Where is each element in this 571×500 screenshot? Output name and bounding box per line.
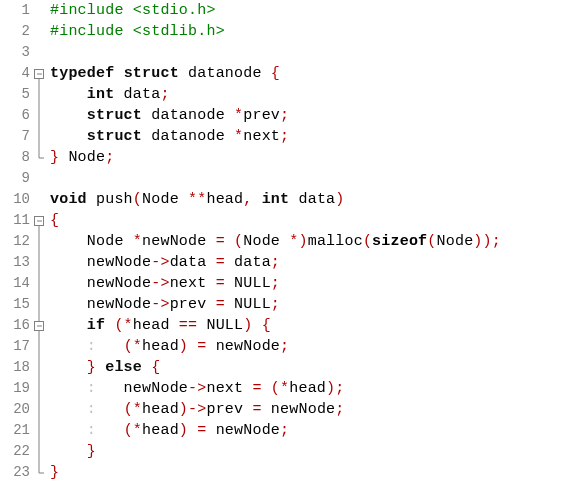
fold-guide-icon — [32, 147, 46, 168]
code-text[interactable]: newNode->data = data; — [46, 252, 280, 273]
code-editor[interactable]: 1#include <stdio.h>2#include <stdlib.h>3… — [0, 0, 571, 483]
line-number: 7 — [0, 126, 32, 147]
fold-guide-icon — [32, 357, 46, 378]
code-line[interactable]: 2#include <stdlib.h> — [0, 21, 571, 42]
code-line[interactable]: 13 newNode->data = data; — [0, 252, 571, 273]
fold-guide-icon — [32, 252, 46, 273]
code-text[interactable]: Node *newNode = (Node *)malloc(sizeof(No… — [46, 231, 501, 252]
code-line[interactable]: 1#include <stdio.h> — [0, 0, 571, 21]
code-line[interactable]: 16 if (*head == NULL) { — [0, 315, 571, 336]
fold-guide-icon — [32, 399, 46, 420]
code-text[interactable]: : (*head) = newNode; — [46, 420, 289, 441]
fold-guide-icon — [32, 441, 46, 462]
line-number: 13 — [0, 252, 32, 273]
code-line[interactable]: 14 newNode->next = NULL; — [0, 273, 571, 294]
line-number: 12 — [0, 231, 32, 252]
code-text[interactable]: : (*head) = newNode; — [46, 336, 289, 357]
code-text[interactable]: newNode->prev = NULL; — [46, 294, 280, 315]
code-line[interactable]: 21 : (*head) = newNode; — [0, 420, 571, 441]
code-line[interactable]: 18 } else { — [0, 357, 571, 378]
code-line[interactable]: 5 int data; — [0, 84, 571, 105]
line-number: 6 — [0, 105, 32, 126]
fold-guide-icon — [32, 273, 46, 294]
code-text[interactable]: typedef struct datanode { — [46, 63, 280, 84]
code-line[interactable]: 19 : newNode->next = (*head); — [0, 378, 571, 399]
code-line[interactable]: 3 — [0, 42, 571, 63]
line-number: 4 — [0, 63, 32, 84]
fold-guide-icon — [32, 84, 46, 105]
line-number: 22 — [0, 441, 32, 462]
line-number: 1 — [0, 0, 32, 21]
code-line[interactable]: 15 newNode->prev = NULL; — [0, 294, 571, 315]
code-text[interactable]: struct datanode *prev; — [46, 105, 289, 126]
fold-toggle-icon[interactable] — [32, 315, 46, 336]
fold-guide-icon — [32, 126, 46, 147]
fold-guide-icon — [32, 420, 46, 441]
code-line[interactable]: 6 struct datanode *prev; — [0, 105, 571, 126]
line-number: 18 — [0, 357, 32, 378]
fold-guide-icon — [32, 378, 46, 399]
code-text[interactable]: void push(Node **head, int data) — [46, 189, 345, 210]
code-line[interactable]: 10void push(Node **head, int data) — [0, 189, 571, 210]
line-number: 15 — [0, 294, 32, 315]
code-line[interactable]: 11{ — [0, 210, 571, 231]
code-line[interactable]: 23} — [0, 462, 571, 483]
code-text[interactable]: : (*head)->prev = newNode; — [46, 399, 345, 420]
line-number: 16 — [0, 315, 32, 336]
line-number: 11 — [0, 210, 32, 231]
line-number: 20 — [0, 399, 32, 420]
code-text[interactable]: } — [46, 441, 96, 462]
code-line[interactable]: 12 Node *newNode = (Node *)malloc(sizeof… — [0, 231, 571, 252]
line-number: 2 — [0, 21, 32, 42]
line-number: 8 — [0, 147, 32, 168]
code-line[interactable]: 17 : (*head) = newNode; — [0, 336, 571, 357]
line-number: 14 — [0, 273, 32, 294]
code-line[interactable]: 8} Node; — [0, 147, 571, 168]
line-number: 9 — [0, 168, 32, 189]
code-text[interactable]: } Node; — [46, 147, 114, 168]
line-number: 23 — [0, 462, 32, 483]
code-text[interactable]: struct datanode *next; — [46, 126, 289, 147]
fold-toggle-icon[interactable] — [32, 63, 46, 84]
code-text[interactable]: int data; — [46, 84, 170, 105]
code-text[interactable]: } else { — [46, 357, 160, 378]
code-text[interactable]: if (*head == NULL) { — [46, 315, 271, 336]
code-line[interactable]: 22 } — [0, 441, 571, 462]
code-line[interactable]: 7 struct datanode *next; — [0, 126, 571, 147]
fold-guide-icon — [32, 105, 46, 126]
line-number: 21 — [0, 420, 32, 441]
code-text[interactable]: : newNode->next = (*head); — [46, 378, 344, 399]
code-line[interactable]: 4typedef struct datanode { — [0, 63, 571, 84]
code-text[interactable]: #include <stdlib.h> — [46, 21, 225, 42]
fold-guide-icon — [32, 462, 46, 483]
line-number: 3 — [0, 42, 32, 63]
line-number: 5 — [0, 84, 32, 105]
line-number: 17 — [0, 336, 32, 357]
code-line[interactable]: 20 : (*head)->prev = newNode; — [0, 399, 571, 420]
code-text[interactable]: { — [46, 210, 59, 231]
code-text[interactable]: } — [46, 462, 59, 483]
line-number: 10 — [0, 189, 32, 210]
fold-guide-icon — [32, 336, 46, 357]
code-text[interactable]: #include <stdio.h> — [46, 0, 216, 21]
line-number: 19 — [0, 378, 32, 399]
fold-guide-icon — [32, 231, 46, 252]
code-line[interactable]: 9 — [0, 168, 571, 189]
fold-toggle-icon[interactable] — [32, 210, 46, 231]
fold-guide-icon — [32, 294, 46, 315]
code-text[interactable]: newNode->next = NULL; — [46, 273, 280, 294]
